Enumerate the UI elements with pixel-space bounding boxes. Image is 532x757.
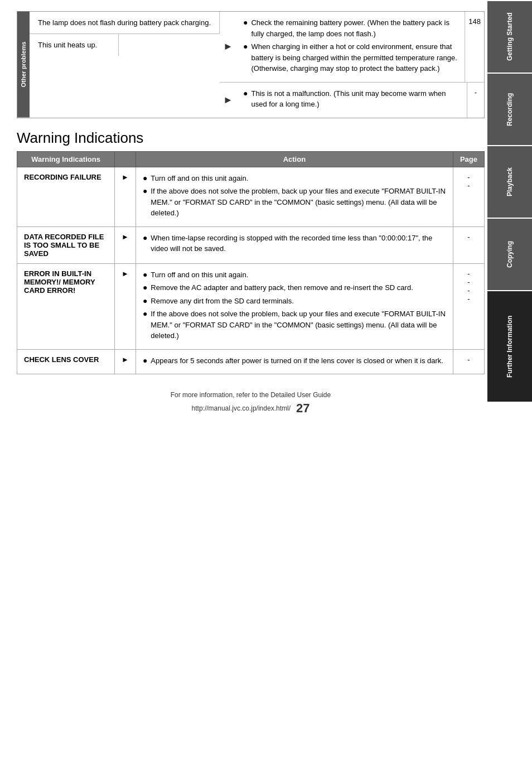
bullet-icon: ● (243, 88, 248, 99)
other-problems-left: Other problems The lamp does not flash d… (17, 12, 220, 118)
tab-getting-started[interactable]: Getting Started (487, 0, 532, 73)
page-num: 8 (477, 17, 481, 26)
bullet-item: ● If the above does not solve the proble… (143, 308, 446, 341)
arrow-cell: ► (115, 226, 136, 263)
bullet-icon: ● (143, 308, 147, 320)
top-row-1-pages: 14 8 (465, 12, 484, 82)
bullet-item: ● Remove the AC adapter and battery pack… (143, 282, 446, 293)
table-row: ERROR IN BUILT-IN MEMORY!/ MEMORY CARD E… (17, 263, 485, 349)
arrow-cell: ► (115, 349, 136, 374)
page-val: - (460, 355, 477, 364)
warning-table: Warning Indications Action Page RECORDIN… (17, 151, 485, 375)
warning-label: RECORDING FAILURE (17, 167, 115, 226)
bullet-text: Check the remaining battery power. (When… (251, 17, 458, 39)
footer-text: For more information, refer to the Detai… (17, 391, 485, 399)
bullet-icon: ● (143, 233, 147, 244)
top-table-content: ► ● Check the remaining battery power. (… (220, 12, 484, 118)
bullet-item: ● Turn off and on this unit again. (143, 269, 446, 281)
footer-page-number: 27 (296, 401, 309, 416)
bullet-item: ● This is not a malfunction. (This unit … (243, 88, 460, 110)
bullet-text: If the above does not solve the problem,… (151, 186, 446, 219)
warning-label: DATA RECORDED FILE IS TOO SMALL TO BE SA… (17, 226, 115, 263)
top-row-2-pages: - (467, 83, 484, 118)
footer: For more information, refer to the Detai… (17, 391, 485, 416)
main-content: Other problems The lamp does not flash d… (17, 0, 485, 416)
other-problems-table: Other problems The lamp does not flash d… (17, 11, 485, 118)
page-val: - (460, 286, 477, 295)
bullet-item: ● If the above does not solve the proble… (143, 186, 446, 219)
bullet-text: This is not a malfunction. (This unit ma… (251, 88, 460, 110)
warning-label: CHECK LENS COVER (17, 349, 115, 374)
top-row-1-content: ● Check the remaining battery power. (Wh… (236, 12, 465, 82)
bullet-icon: ● (143, 269, 147, 281)
arrow-cell: ► (115, 167, 136, 226)
bullet-item: ● Remove any dirt from the SD card termi… (143, 296, 446, 307)
tab-further-information[interactable]: Further Information (487, 290, 532, 402)
tab-copying[interactable]: Copying (487, 218, 532, 290)
top-row-2: This unit heats up. (30, 34, 220, 56)
page-val: - (460, 181, 477, 190)
section-title: Warning Indications (17, 129, 485, 147)
bullet-item: ● When charging in either a hot or cold … (243, 41, 458, 74)
table-row: RECORDING FAILURE ► ● Turn off and on th… (17, 167, 485, 226)
bullet-text: Turn off and on this unit again. (151, 269, 248, 281)
bullet-text: When charging in either a hot or cold en… (251, 41, 458, 74)
bullet-icon: ● (143, 296, 147, 307)
page-header: Page (453, 151, 484, 167)
arrow-1: ► (220, 12, 236, 82)
bullet-icon: ● (143, 186, 147, 197)
table-header-row: Warning Indications Action Page (17, 151, 485, 167)
page-cell: - (453, 349, 484, 374)
top-content-row-1: ► ● Check the remaining battery power. (… (220, 12, 484, 83)
page-num: - (475, 88, 477, 97)
bullet-item: ● When time-lapse recording is stopped w… (143, 233, 446, 254)
footer-url: http://manual.jvc.co.jp/index.html/ (192, 404, 291, 412)
page-cell: - - (453, 167, 484, 226)
bullet-text: Appears for 5 seconds after power is tur… (151, 355, 443, 367)
table-row: CHECK LENS COVER ► ● Appears for 5 secon… (17, 349, 485, 374)
other-problems-rows: The lamp does not flash during battery p… (30, 12, 220, 118)
bullet-text: Turn off and on this unit again. (151, 173, 248, 184)
bullet-text: Remove any dirt from the SD card termina… (151, 296, 293, 307)
bullet-icon: ● (143, 173, 147, 184)
warning-header: Warning Indications (17, 151, 115, 167)
top-row-1: The lamp does not flash during battery p… (30, 12, 220, 34)
top-row-1-label: The lamp does not flash during battery p… (30, 12, 220, 33)
page-val: - (460, 295, 477, 303)
bullet-icon: ● (243, 41, 248, 52)
action-header: Action (136, 151, 453, 167)
top-row-2-label: This unit heats up. (30, 34, 119, 56)
tab-recording[interactable]: Recording (487, 73, 532, 145)
arrow-2: ► (220, 83, 236, 118)
tab-playback[interactable]: Playback (487, 145, 532, 218)
page-val: - (460, 269, 477, 278)
bullet-icon: ● (143, 282, 147, 293)
bullet-icon: ● (143, 355, 147, 367)
page-val: - (460, 233, 477, 241)
warning-label: ERROR IN BUILT-IN MEMORY!/ MEMORY CARD E… (17, 263, 115, 349)
page-val: - (460, 173, 477, 181)
table-row: DATA RECORDED FILE IS TOO SMALL TO BE SA… (17, 226, 485, 263)
bullet-item: ● Turn off and on this unit again. (143, 173, 446, 184)
page-cell: - (453, 226, 484, 263)
bullet-icon: ● (243, 17, 248, 28)
other-problems-label: Other problems (17, 12, 30, 118)
action-cell: ● Turn off and on this unit again. ● Rem… (136, 263, 453, 349)
bullet-text: If the above does not solve the problem,… (151, 308, 446, 341)
side-tabs: Getting Started Recording Playback Copyi… (487, 0, 532, 757)
page-num: 14 (468, 17, 476, 26)
bullet-text: Remove the AC adapter and battery pack, … (151, 282, 413, 293)
action-cell: ● Turn off and on this unit again. ● If … (136, 167, 453, 226)
top-row-2-content: ● This is not a malfunction. (This unit … (236, 83, 467, 118)
bullet-text: When time-lapse recording is stopped wit… (151, 233, 446, 254)
action-cell: ● When time-lapse recording is stopped w… (136, 226, 453, 263)
action-cell: ● Appears for 5 seconds after power is t… (136, 349, 453, 374)
page-cell: - - - - (453, 263, 484, 349)
bullet-item: ● Appears for 5 seconds after power is t… (143, 355, 446, 367)
footer-url-row: http://manual.jvc.co.jp/index.html/ 27 (17, 401, 485, 416)
top-content-row-2: ► ● This is not a malfunction. (This uni… (220, 83, 484, 118)
arrow-header (115, 151, 136, 167)
arrow-cell: ► (115, 263, 136, 349)
page-val: - (460, 278, 477, 286)
bullet-item: ● Check the remaining battery power. (Wh… (243, 17, 458, 39)
